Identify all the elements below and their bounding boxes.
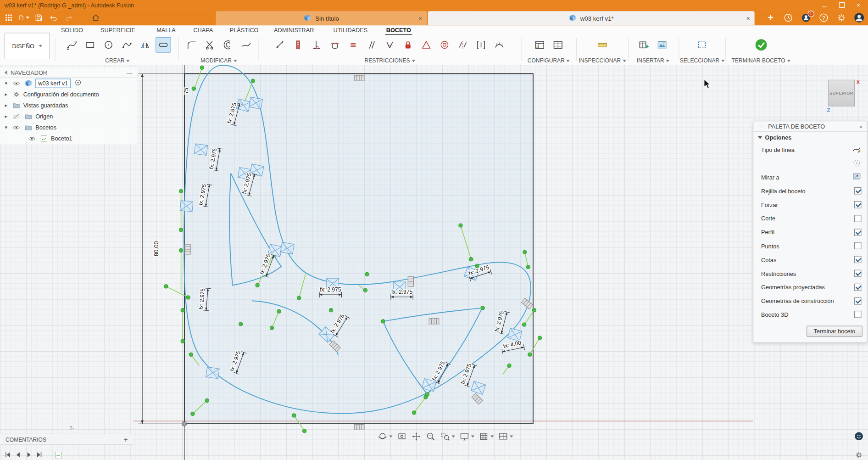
comments-panel[interactable]: COMENTARIOS +	[0, 434, 134, 445]
display-settings-button[interactable]	[458, 431, 475, 443]
navigator-row[interactable]: ▸Origen	[0, 111, 137, 122]
redo-button[interactable]	[63, 12, 74, 23]
fillet-button[interactable]	[184, 37, 199, 53]
timeline-feature-sketch[interactable]	[53, 450, 63, 459]
look-at-button[interactable]	[396, 431, 408, 443]
navigator-row[interactable]: ▾Bocetos	[0, 122, 137, 133]
parameters-button[interactable]: fx	[532, 37, 547, 53]
target-icon[interactable]	[74, 79, 82, 87]
assistant-button[interactable]	[854, 432, 864, 443]
ribbon-tab-malla[interactable]: MALLA	[156, 26, 177, 34]
skip-end-button[interactable]	[35, 450, 44, 459]
minimize-panel-button[interactable]: —	[127, 69, 133, 75]
sketch-dimension-button[interactable]	[273, 37, 288, 53]
fix-measure-button[interactable]	[290, 37, 306, 53]
ribbon-tab-superficie[interactable]: SUPERFICIE	[100, 26, 137, 34]
midpoint-button[interactable]	[473, 37, 489, 53]
insert-image-button[interactable]	[654, 37, 670, 53]
checkbox-7[interactable]	[854, 242, 862, 250]
ribbon-tab-solido[interactable]: SOLIDO	[60, 26, 84, 34]
checkbox-10[interactable]	[854, 284, 862, 291]
add-comment-button[interactable]: +	[124, 435, 128, 443]
finish-sketch-button[interactable]: Terminar boceto	[807, 326, 862, 337]
skip-start-button[interactable]	[3, 450, 12, 459]
mirror-button[interactable]	[137, 37, 153, 53]
workspace-selector[interactable]: DISEÑO	[5, 33, 50, 59]
tree-arrow-icon[interactable]: ▸	[3, 91, 9, 97]
navigator-item-label[interactable]: Vistas guardadas	[23, 102, 68, 108]
triangle-button[interactable]	[418, 37, 434, 53]
tangent-button[interactable]	[327, 37, 343, 53]
pan-button[interactable]	[410, 431, 423, 443]
toolbar-group-label[interactable]: CONFIGURAR	[523, 57, 574, 63]
avatar-button[interactable]	[854, 12, 865, 23]
navigator-item-label[interactable]: Configuración del documento	[23, 91, 99, 97]
close-button[interactable]: ×	[857, 0, 860, 10]
freeform-button[interactable]	[238, 37, 254, 53]
palette-collapse-icon[interactable]: »	[859, 123, 862, 129]
navigator-item-label[interactable]: Boceto1	[51, 135, 72, 141]
gear-white-button[interactable]	[836, 12, 847, 23]
checkbox-11[interactable]	[854, 297, 862, 305]
tree-arrow-icon[interactable]: ▸	[3, 113, 9, 119]
help-button[interactable]: ?	[818, 12, 829, 23]
rectangle-button[interactable]	[82, 37, 98, 53]
notification-button[interactable]: 1	[801, 12, 812, 23]
toolbar-group-label[interactable]: CREAR	[57, 57, 178, 63]
circle-button[interactable]	[100, 37, 116, 53]
curvature-button[interactable]	[491, 37, 507, 53]
checkbox-8[interactable]	[854, 256, 862, 264]
ribbon-tab-plástico[interactable]: PLÁSTICO	[228, 26, 259, 34]
viewports-button[interactable]	[497, 431, 514, 443]
insert-table-button[interactable]	[636, 37, 651, 53]
two-point-spline-button[interactable]	[119, 37, 134, 53]
centerpoint-icon[interactable]	[852, 158, 862, 169]
tree-arrow-icon[interactable]: ▾	[3, 80, 9, 86]
concentric-button[interactable]	[437, 37, 452, 53]
lock-button[interactable]	[400, 37, 416, 53]
close-tab-icon[interactable]: ×	[746, 14, 750, 22]
navigator-row[interactable]: ▸Configuración del documento	[0, 89, 137, 100]
toolbar-group-label[interactable]: RESTRICCIONES	[260, 57, 519, 63]
checkbox-5[interactable]	[854, 215, 862, 222]
checkbox-4[interactable]	[854, 201, 862, 208]
measure-button[interactable]	[595, 37, 610, 53]
maximize-button[interactable]	[839, 2, 845, 8]
toolbar-group-label[interactable]: INSPECCIONAR	[578, 57, 627, 63]
ribbon-tab-chapa[interactable]: CHAPA	[192, 26, 214, 34]
document-tab[interactable]: Sin título ×	[216, 11, 427, 25]
palette-minimize[interactable]: —	[758, 123, 764, 129]
clock-button[interactable]	[783, 12, 794, 23]
grid-settings-button[interactable]	[478, 431, 495, 443]
offset-button[interactable]	[220, 37, 236, 53]
slot-button[interactable]	[155, 37, 171, 53]
spline-button[interactable]	[64, 37, 79, 53]
minimize-button[interactable]	[822, 3, 827, 7]
perpendicular-button[interactable]	[309, 37, 324, 53]
sketch-settings-button[interactable]	[550, 37, 566, 53]
save-button[interactable]	[33, 12, 44, 23]
undo-button[interactable]	[48, 12, 59, 23]
ribbon-tab-boceto[interactable]: BOCETO	[385, 26, 412, 36]
tree-arrow-icon[interactable]: ▸	[3, 102, 9, 108]
collapse-icon[interactable]	[5, 70, 7, 75]
view-cube[interactable]: SUPERIOR X Z	[827, 79, 856, 107]
app-grid-button[interactable]	[3, 12, 14, 23]
checkbox-3[interactable]	[854, 187, 862, 195]
navigator-item-label[interactable]: w03 kerf v1	[35, 79, 71, 88]
finish-sketch-button[interactable]	[753, 37, 769, 53]
checkbox-9[interactable]	[854, 270, 862, 277]
toolbar-group-label[interactable]: TERMINAR BOCETO	[726, 57, 796, 63]
settings-gear-button[interactable]	[855, 451, 863, 460]
zoom-button[interactable]	[424, 431, 437, 443]
toolbar-group-label[interactable]: MODIFICAR	[180, 57, 257, 63]
toolbar-group-label[interactable]: SELECCIONAR	[680, 57, 724, 63]
zoom-window-button[interactable]	[439, 431, 456, 443]
lookat-icon[interactable]	[852, 172, 862, 183]
navigator-item-label[interactable]: Bocetos	[35, 124, 56, 130]
viewcube-face[interactable]: SUPERIOR	[828, 80, 855, 107]
orbit-button[interactable]	[377, 431, 394, 443]
document-tab[interactable]: w03 kerf v1* ×	[428, 11, 754, 25]
navigator-row[interactable]: ▾w03 kerf v1	[0, 78, 137, 89]
play-forward-button[interactable]	[24, 450, 33, 459]
